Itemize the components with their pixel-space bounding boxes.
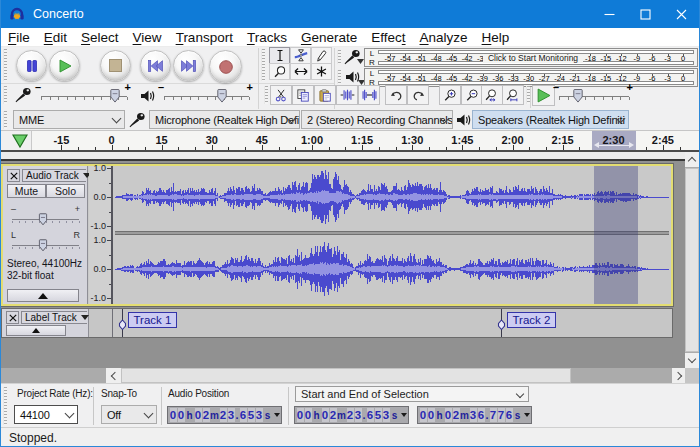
play-at-speed-slider[interactable]: – + [559,88,629,104]
time-dot[interactable]: . [362,409,366,421]
time-digit[interactable]: 5 [248,408,255,422]
slider-thumb[interactable] [39,238,48,251]
time-digit[interactable]: 2 [453,408,460,422]
time-digit[interactable]: 2 [330,408,337,422]
time-digit[interactable]: 3 [383,408,390,422]
draw-tool-button[interactable] [311,47,332,64]
paste-button[interactable] [314,85,336,105]
time-format-dropdown-icon[interactable] [401,413,407,417]
waveform-right-channel[interactable] [115,235,669,302]
recording-meter[interactable]: LR -57-54-51-48-45-42-39-36-33-30-27-24-… [364,48,698,67]
pinned-play-head-button[interactable] [1,131,32,150]
multi-tool-button[interactable] [311,63,332,80]
stop-button[interactable] [100,50,131,81]
time-unit[interactable]: m [210,408,219,422]
vertical-scrollbar-thumb[interactable] [685,168,699,352]
time-format-dropdown-icon[interactable] [274,413,280,417]
menu-generate[interactable]: Generate [294,30,364,45]
time-unit[interactable]: s [390,408,399,422]
skip-to-start-button[interactable] [140,50,171,81]
record-meter-dropdown-icon[interactable] [357,59,364,64]
time-digit[interactable]: 3 [355,408,362,422]
waveform-area[interactable] [115,166,669,304]
scroll-left-button[interactable] [106,368,121,383]
time-digit[interactable]: 6 [478,408,485,422]
vertical-scrollbar[interactable] [685,152,699,368]
time-unit[interactable]: s [263,408,272,422]
zoom-fit-button[interactable] [502,85,524,105]
time-digit[interactable]: 6 [506,408,513,422]
time-digit[interactable]: 2 [347,408,354,422]
time-unit[interactable]: h [185,408,194,422]
time-digit[interactable]: 2 [220,408,227,422]
time-digit[interactable]: 0 [178,408,185,422]
selection-toolbar-grip[interactable] [3,387,7,425]
redo-button[interactable] [407,85,429,105]
label-marker[interactable] [117,309,128,337]
envelope-tool-button[interactable] [290,47,311,64]
menu-help[interactable]: Help [475,30,517,45]
menu-select[interactable]: Select [74,30,126,45]
playback-meter-grip[interactable] [337,70,341,84]
track-label[interactable]: Track 2 [507,312,557,328]
slider-thumb[interactable] [109,89,120,104]
slider-thumb[interactable] [39,212,48,225]
project-rate-combo[interactable]: 44100 [14,405,78,424]
gain-slider[interactable]: – + [12,212,79,226]
playback-device-combo[interactable]: Speakers (Realtek High Definiti [472,110,629,129]
audio-track-close-button[interactable] [7,169,20,182]
label-track-name-menu[interactable]: Label Track [21,311,87,324]
audio-position-field[interactable]: 00h02m23.653s [167,406,282,424]
recording-volume-slider[interactable]: – + [41,88,127,104]
cut-button[interactable] [270,85,292,105]
collapse-label-track-button[interactable] [6,325,66,336]
time-unit[interactable]: h [435,408,444,422]
play-at-speed-grip[interactable] [526,86,530,104]
solo-button[interactable]: Solo [46,184,85,198]
time-unit[interactable]: h [312,408,321,422]
waveform-left-channel[interactable] [115,166,669,231]
label-marker[interactable] [496,309,507,337]
pan-slider[interactable]: L R [12,238,79,252]
mixer-toolbar-grip[interactable] [3,86,7,104]
zoom-tool-button[interactable] [269,63,290,80]
time-digit[interactable]: 7 [498,408,505,422]
horizontal-scrollbar-thumb[interactable] [121,368,571,383]
tools-toolbar-grip[interactable] [261,49,265,81]
time-digit[interactable]: 5 [375,408,382,422]
time-digit[interactable]: 0 [297,408,304,422]
time-digit[interactable]: 3 [470,408,477,422]
timeline-selection[interactable]: 2:30 [592,131,636,150]
time-digit[interactable]: 6 [367,408,374,422]
time-format-dropdown-icon[interactable] [524,413,530,417]
time-digit[interactable]: 3 [256,408,263,422]
scroll-down-button[interactable] [685,353,699,368]
time-digit[interactable]: 0 [170,408,177,422]
minimize-button[interactable] [591,0,627,28]
zoom-out-button[interactable] [461,85,483,105]
transport-toolbar-grip[interactable] [3,49,7,81]
menu-tracks[interactable]: Tracks [240,30,294,45]
time-dot[interactable]: . [235,409,239,421]
menu-effect[interactable]: Effect [364,30,412,45]
silence-audio-button[interactable] [358,85,380,105]
time-dot[interactable]: . [485,409,489,421]
play-button[interactable] [49,50,80,81]
pause-button[interactable] [16,50,47,81]
close-button[interactable] [663,0,699,28]
mute-button[interactable]: Mute [7,184,46,198]
scroll-up-button[interactable] [685,152,699,167]
zoom-selection-button[interactable] [481,85,503,105]
menu-view[interactable]: View [126,30,169,45]
menu-analyze[interactable]: Analyze [413,30,475,45]
record-button[interactable] [209,50,242,83]
menu-transport[interactable]: Transport [169,30,240,45]
selection-end-field[interactable]: 00h02m36.776s [417,406,532,424]
recording-device-combo[interactable]: Microphone (Realtek High Defini [149,110,300,129]
label-track-close-button[interactable] [6,311,19,324]
track-canvas[interactable]: Audio Track Mute Solo – + L R Stereo, 44… [1,152,699,368]
snap-to-combo[interactable]: Off [101,405,157,424]
zoom-in-button[interactable] [439,85,461,105]
audio-track-name-menu[interactable]: Audio Track [22,169,86,182]
time-digit[interactable]: 0 [428,408,435,422]
